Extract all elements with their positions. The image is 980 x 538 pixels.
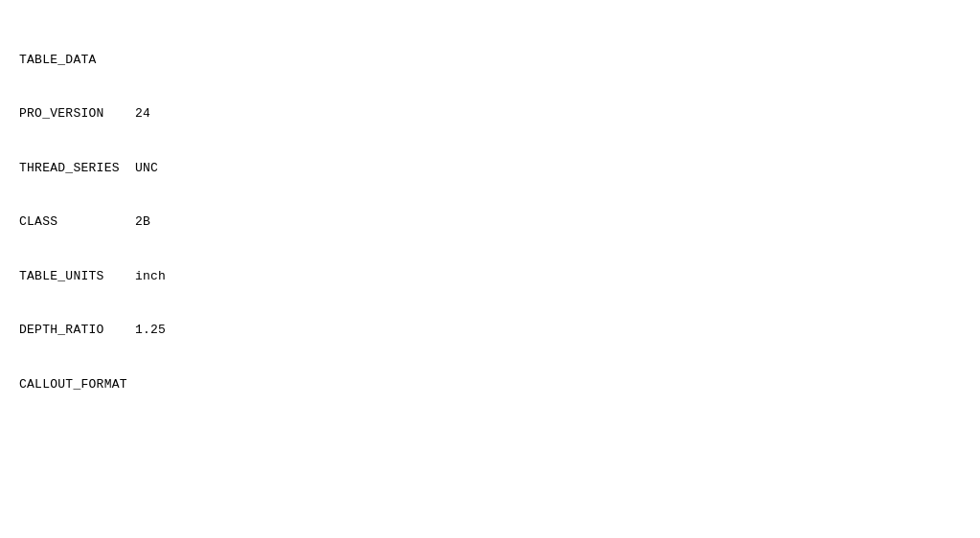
blank-1 <box>19 430 961 448</box>
pro-version-line: PRO_VERSION 24 <box>19 105 961 123</box>
table-units-line: TABLE_UNITS inch <box>19 268 961 286</box>
depth-ratio-line: DEPTH_RATIO 1.25 <box>19 322 961 340</box>
main-content: TABLE_DATA PRO_VERSION 24 THREAD_SERIES … <box>19 15 961 538</box>
callout-format-line: CALLOUT_FORMAT <box>19 376 961 394</box>
table-data-label: TABLE_DATA <box>19 52 961 70</box>
blank-2 <box>19 484 961 503</box>
thread-series-line: THREAD_SERIES UNC <box>19 160 961 178</box>
class-line: CLASS 2B <box>19 213 961 232</box>
